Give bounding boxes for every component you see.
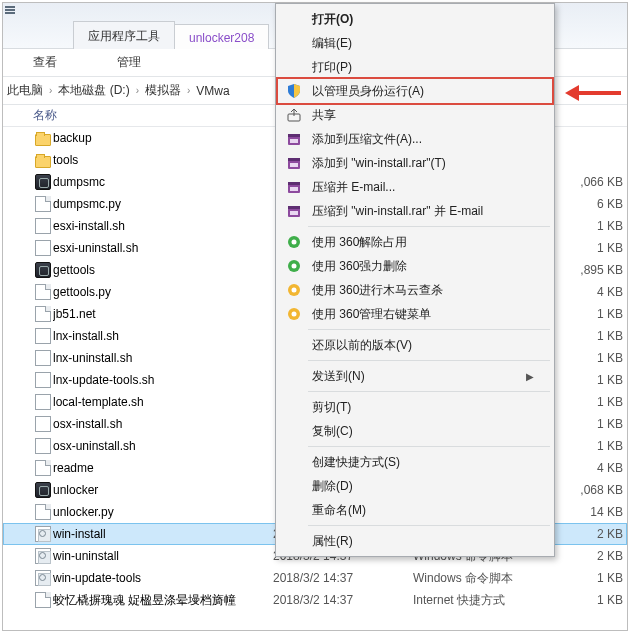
file-name: 蛟忆橇摒瑰魂 娖楹昱涤晕墁档旖幢 — [53, 592, 273, 609]
toolbar-view[interactable]: 查看 — [33, 54, 57, 71]
menu-item[interactable]: 打印(P) — [278, 55, 552, 79]
file-name: gettools — [53, 263, 273, 277]
bc-pc[interactable]: 此电脑 — [7, 82, 43, 99]
menu-item[interactable]: 压缩并 E-mail... — [278, 175, 552, 199]
360g-icon — [284, 258, 304, 274]
tab-folder[interactable]: unlocker208 — [174, 24, 269, 49]
menu-item-label: 还原以前的版本(V) — [312, 337, 412, 354]
menu-item[interactable]: 使用 360强力删除 — [278, 254, 552, 278]
bc-drive[interactable]: 本地磁盘 (D:) — [58, 82, 129, 99]
file-icon — [33, 284, 53, 300]
menu-item-label: 属性(R) — [312, 533, 353, 550]
file-size: 4 KB — [553, 461, 623, 475]
menu-item[interactable]: 创建快捷方式(S) — [278, 450, 552, 474]
file-name: local-template.sh — [53, 395, 273, 409]
col-name[interactable]: 名称 — [33, 107, 273, 124]
file-size: 1 KB — [553, 241, 623, 255]
svg-rect-5 — [288, 158, 300, 161]
menu-item-label: 打开(O) — [312, 11, 353, 28]
360g-icon — [284, 234, 304, 250]
bc-dir2[interactable]: VMwa — [196, 84, 229, 98]
menu-item[interactable]: 共享 — [278, 103, 552, 127]
explorer-window: 应用程序工具 unlocker208 查看 管理 此电脑› 本地磁盘 (D:)›… — [2, 2, 628, 631]
chevron-right-icon: ▶ — [526, 371, 534, 382]
file-name: dumpsmc.py — [53, 197, 273, 211]
menu-item[interactable]: 压缩到 "win-install.rar" 并 E-mail — [278, 199, 552, 223]
toolbar-manage[interactable]: 管理 — [117, 54, 141, 71]
menu-item[interactable]: 复制(C) — [278, 419, 552, 443]
menu-item[interactable]: 删除(D) — [278, 474, 552, 498]
file-size: 2 KB — [553, 527, 623, 541]
file-name: win-update-tools — [53, 571, 273, 585]
menu-item-label: 添加到压缩文件(A)... — [312, 131, 422, 148]
svg-rect-6 — [290, 163, 298, 167]
exe-icon — [33, 174, 53, 190]
svg-rect-12 — [290, 211, 298, 215]
file-name: lnx-uninstall.sh — [53, 351, 273, 365]
menu-item-label: 共享 — [312, 107, 336, 124]
file-name: osx-uninstall.sh — [53, 439, 273, 453]
menu-item[interactable]: 编辑(E) — [278, 31, 552, 55]
file-size: ,895 KB — [553, 263, 623, 277]
menu-item[interactable]: 以管理员身份运行(A) — [278, 79, 552, 103]
svg-point-14 — [292, 240, 297, 245]
menu-item[interactable]: 重命名(M) — [278, 498, 552, 522]
file-size: 1 KB — [553, 395, 623, 409]
svg-rect-3 — [290, 139, 298, 143]
bc-dir1[interactable]: 模拟器 — [145, 82, 181, 99]
menu-item[interactable]: 使用 360管理右键菜单 — [278, 302, 552, 326]
chevron-right-icon: › — [187, 85, 190, 96]
file-size: ,066 KB — [553, 175, 623, 189]
menu-item[interactable]: 添加到压缩文件(A)... — [278, 127, 552, 151]
menu-item[interactable]: 还原以前的版本(V) — [278, 333, 552, 357]
context-menu: 打开(O)编辑(E)打印(P)以管理员身份运行(A)共享添加到压缩文件(A)..… — [275, 3, 555, 557]
menu-item[interactable]: 添加到 "win-install.rar"(T) — [278, 151, 552, 175]
menu-item[interactable]: 使用 360进行木马云查杀 — [278, 278, 552, 302]
menu-separator — [308, 391, 550, 392]
rar-icon — [284, 179, 304, 195]
menu-item[interactable]: 打开(O) — [278, 7, 552, 31]
file-row[interactable]: win-update-tools2018/3/2 14:37Windows 命令… — [3, 567, 627, 589]
menu-item-label: 创建快捷方式(S) — [312, 454, 400, 471]
file-icon — [33, 504, 53, 520]
exe-icon — [33, 262, 53, 278]
cmd-icon — [33, 570, 53, 586]
shield-icon — [284, 83, 304, 99]
file-size: 4 KB — [553, 285, 623, 299]
file-name: esxi-install.sh — [53, 219, 273, 233]
file-size: 1 KB — [553, 439, 623, 453]
share-icon — [284, 107, 304, 123]
svg-point-20 — [292, 312, 297, 317]
sh-icon — [33, 372, 53, 388]
svg-rect-8 — [288, 182, 300, 185]
menu-item[interactable]: 属性(R) — [278, 529, 552, 553]
file-name: gettools.py — [53, 285, 273, 299]
file-size: 1 KB — [553, 219, 623, 233]
menu-item[interactable]: 发送到(N)▶ — [278, 364, 552, 388]
svg-rect-11 — [288, 206, 300, 209]
menu-separator — [308, 525, 550, 526]
file-size: 1 KB — [553, 417, 623, 431]
menu-item-label: 剪切(T) — [312, 399, 351, 416]
file-size: 2 KB — [553, 549, 623, 563]
rar-icon — [284, 155, 304, 171]
sh-icon — [33, 438, 53, 454]
file-icon — [33, 460, 53, 476]
file-type: Windows 命令脚本 — [413, 570, 553, 587]
menu-item-label: 重命名(M) — [312, 502, 366, 519]
file-row[interactable]: 蛟忆橇摒瑰魂 娖楹昱涤晕墁档旖幢2018/3/2 14:37Internet 快… — [3, 589, 627, 611]
file-icon — [33, 306, 53, 322]
cmd-icon — [33, 526, 53, 542]
menu-item-label: 使用 360管理右键菜单 — [312, 306, 431, 323]
file-name: lnx-update-tools.sh — [53, 373, 273, 387]
file-icon — [33, 592, 53, 608]
file-name: dumpsmc — [53, 175, 273, 189]
file-size: 1 KB — [553, 307, 623, 321]
menu-item[interactable]: 使用 360解除占用 — [278, 230, 552, 254]
menu-item-label: 打印(P) — [312, 59, 352, 76]
menu-item[interactable]: 剪切(T) — [278, 395, 552, 419]
tab-app-tools[interactable]: 应用程序工具 — [73, 21, 175, 49]
menu-separator — [308, 329, 550, 330]
menu-item-label: 发送到(N) — [312, 368, 365, 385]
file-name: win-install — [53, 527, 273, 541]
